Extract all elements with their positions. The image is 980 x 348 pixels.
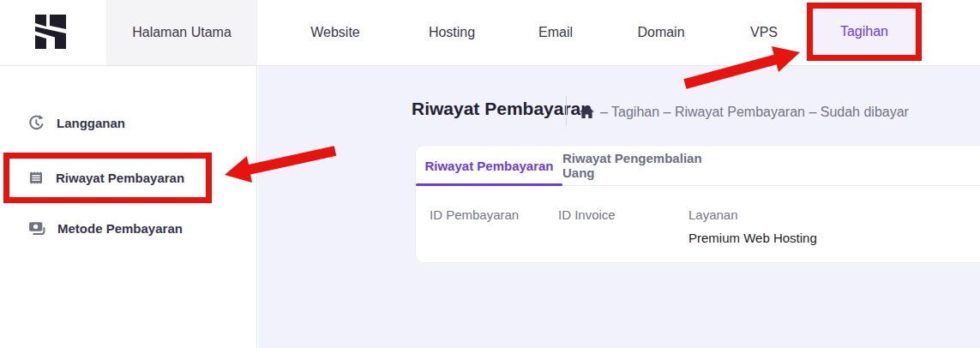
billing-sidebar: Langganan Riwayat Pembayaran Metode Pemb… <box>0 66 257 348</box>
nav-item-label: VPS <box>750 25 778 40</box>
nav-item-vps[interactable]: VPS <box>730 0 797 65</box>
column-header-id-invoice: ID Invoice <box>558 207 688 222</box>
hostinger-logo-icon[interactable] <box>35 15 66 49</box>
nav-item-label: Domain <box>637 25 684 40</box>
column-header-layanan: Layanan <box>688 207 738 222</box>
active-tab-underline <box>416 183 562 186</box>
table-row-layanan-value: Premium Web Hosting <box>688 231 817 245</box>
receipt-icon <box>27 169 45 187</box>
payment-history-card: Riwayat Pembayaran Riwayat Pengembalian … <box>415 145 980 263</box>
tab-label: Riwayat Pembayaran <box>424 159 553 173</box>
nav-item-email[interactable]: Email <box>516 0 595 65</box>
sidebar-item-label: Langganan <box>57 116 125 130</box>
nav-item-tagihan[interactable]: Tagihan <box>813 9 916 55</box>
nav-item-domain[interactable]: Domain <box>609 0 713 65</box>
nav-item-label: Hosting <box>429 25 475 40</box>
table-header-row: ID Pembayaran ID Invoice Layanan <box>430 207 738 222</box>
banknote-icon <box>27 219 46 237</box>
breadcrumb-path: – Tagihan – Riwayat Pembayaran – Sudah d… <box>600 105 909 120</box>
sidebar-item-label: Metode Pembayaran <box>57 221 183 236</box>
nav-item-halaman-utama[interactable]: Halaman Utama <box>106 0 257 65</box>
renewal-clock-icon <box>27 114 45 132</box>
title-divider <box>566 96 567 126</box>
billing-page: Halaman Utama Website Hosting Email Doma… <box>0 0 980 348</box>
sidebar-item-langganan[interactable]: Langganan <box>27 112 125 133</box>
sidebar-item-metode-pembayaran[interactable]: Metode Pembayaran <box>27 218 183 238</box>
sidebar-item-label: Riwayat Pembayaran <box>56 171 184 185</box>
nav-item-label: Email <box>538 25 573 40</box>
nav-item-website[interactable]: Website <box>283 0 388 65</box>
tab-label: Riwayat Pengembalian Uang <box>562 151 737 180</box>
nav-item-label: Website <box>310 25 360 40</box>
nav-item-hosting[interactable]: Hosting <box>400 0 504 65</box>
breadcrumb: – Tagihan – Riwayat Pembayaran – Sudah d… <box>580 103 909 122</box>
column-header-id-pembayaran: ID Pembayaran <box>430 207 558 222</box>
nav-item-label: Tagihan <box>840 24 888 39</box>
sidebar-item-riwayat-pembayaran[interactable]: Riwayat Pembayaran <box>27 167 184 188</box>
home-icon[interactable] <box>580 105 594 119</box>
nav-item-label: Halaman Utama <box>132 25 231 40</box>
tab-riwayat-pengembalian-uang[interactable]: Riwayat Pengembalian Uang <box>562 146 737 185</box>
page-title: Riwayat Pembayaran <box>412 99 592 119</box>
tab-riwayat-pembayaran[interactable]: Riwayat Pembayaran <box>416 146 562 185</box>
top-navigation-bar: Halaman Utama Website Hosting Email Doma… <box>0 0 980 66</box>
